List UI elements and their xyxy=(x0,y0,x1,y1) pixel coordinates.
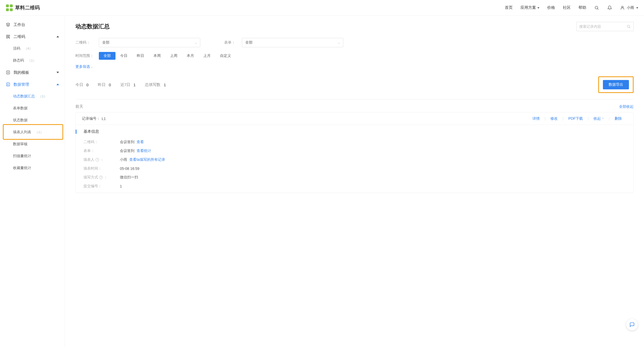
info-method-label: 填写方式?： xyxy=(83,175,120,180)
nav-solutions[interactable]: 应用方案 xyxy=(520,5,539,10)
time-btn-this-week[interactable]: 本周 xyxy=(149,52,165,60)
export-button[interactable]: 数据导出 xyxy=(603,80,629,89)
info-filler-value: 小雨 xyxy=(120,157,127,162)
sidebar-item-scan-stats[interactable]: 扫描量统计 xyxy=(0,150,65,162)
sidebar-scan-label: 扫描量统计 xyxy=(13,154,31,158)
chevron-down-icon xyxy=(537,7,539,9)
help-icon[interactable]: ? xyxy=(99,176,103,179)
sidebar-item-data-review[interactable]: 数据审核 xyxy=(0,138,65,150)
time-btn-last-month[interactable]: 上月 xyxy=(199,52,215,60)
chevron-down-icon: ⌵ xyxy=(91,65,93,68)
help-icon[interactable]: ? xyxy=(95,158,99,162)
chat-icon xyxy=(629,322,635,327)
info-time-label: 填表时间： xyxy=(83,166,120,171)
record-card: 记录编号： L1 详情 修改 PDF下载 收起 ⌃ 删除 基本信息 xyxy=(75,112,634,193)
sidebar-status-label: 状态数据 xyxy=(13,118,28,123)
stat-last7-label: 近7日 xyxy=(120,82,130,87)
chevron-down-icon: ⌵ xyxy=(195,41,197,45)
sidebar-item-qrcode[interactable]: 二维码 xyxy=(0,31,65,43)
filter-qrcode-value: 全部 xyxy=(102,40,110,45)
stat-today-label: 今日 xyxy=(75,82,83,87)
logo-icon xyxy=(6,4,13,11)
svg-line-1 xyxy=(597,9,598,9)
sidebar-filler-label: 填表人列表 xyxy=(13,130,31,135)
filter-form-select[interactable]: 全部 ⌵ xyxy=(242,38,343,47)
time-btn-today[interactable]: 今日 xyxy=(115,52,132,60)
time-btn-all[interactable]: 全部 xyxy=(99,52,115,60)
sidebar-static-label: 静态码 xyxy=(13,58,24,63)
nav-price[interactable]: 价格 xyxy=(547,5,555,10)
notification-icon[interactable] xyxy=(607,5,612,10)
stat-today-value: 0 xyxy=(86,83,88,87)
action-delete[interactable]: 删除 xyxy=(609,116,627,121)
info-filler-label: 填表人?： xyxy=(83,157,120,162)
chat-button[interactable] xyxy=(626,319,638,330)
action-collapse-label: 收起 xyxy=(594,116,601,121)
sidebar-item-static-code[interactable]: 静态码 （1） xyxy=(0,55,65,66)
time-btn-this-month[interactable]: 本月 xyxy=(182,52,199,60)
record-id-value: L1 xyxy=(102,117,106,121)
sidebar-item-fav-stats[interactable]: 收藏量统计 xyxy=(0,162,65,174)
stat-yesterday-label: 昨日 xyxy=(98,82,106,87)
svg-rect-6 xyxy=(8,37,9,37)
search-icon xyxy=(627,24,631,29)
sidebar-item-data-management[interactable]: 数据管理 xyxy=(0,78,65,90)
svg-rect-4 xyxy=(8,35,10,36)
brand-logo[interactable]: 草料二维码 xyxy=(6,4,40,11)
nav-community[interactable]: 社区 xyxy=(563,5,571,10)
stat-total-label: 总填写数 xyxy=(145,82,160,87)
sidebar-data-label: 数据管理 xyxy=(14,82,29,87)
sidebar-templates-label: 我的模板 xyxy=(14,70,29,75)
sidebar-item-filler-list[interactable]: 填表人列表 （1） xyxy=(0,126,65,138)
action-edit[interactable]: 修改 xyxy=(545,116,563,121)
chevron-up-icon xyxy=(56,36,59,37)
nav-help[interactable]: 帮助 xyxy=(578,5,586,10)
user-icon xyxy=(620,5,625,10)
action-pdf[interactable]: PDF下载 xyxy=(563,116,588,121)
sidebar-dynamic-count: （1） xyxy=(38,94,47,99)
sidebar-item-form-data[interactable]: 表单数据 xyxy=(0,102,65,114)
collapse-all-link[interactable]: 全部收起 xyxy=(619,104,634,109)
search-input-wrap[interactable] xyxy=(576,22,634,31)
more-filter-label: 更多筛选 xyxy=(75,64,90,69)
sidebar-item-live-code[interactable]: 活码 （4） xyxy=(0,43,65,55)
svg-rect-5 xyxy=(7,37,8,38)
sidebar-item-workbench[interactable]: 工作台 xyxy=(0,19,65,31)
svg-line-16 xyxy=(629,27,630,28)
sidebar-static-count: （1） xyxy=(28,58,36,63)
time-btn-last-week[interactable]: 上周 xyxy=(165,52,182,60)
nav-solutions-label: 应用方案 xyxy=(520,5,536,10)
stat-total-value: 1 xyxy=(164,83,166,87)
search-icon[interactable] xyxy=(594,5,599,10)
sidebar-fav-label: 收藏量统计 xyxy=(13,166,31,170)
info-qrcode-link[interactable]: 查看 xyxy=(137,140,144,144)
sidebar-item-templates[interactable]: 我的模板 xyxy=(0,66,65,78)
nav-home[interactable]: 首页 xyxy=(505,5,513,10)
brand-name: 草料二维码 xyxy=(15,4,40,11)
sidebar-workbench-label: 工作台 xyxy=(14,22,25,27)
time-btn-custom[interactable]: 自定义 xyxy=(215,52,236,60)
user-menu[interactable]: 小雨 xyxy=(620,5,638,10)
time-btn-yesterday[interactable]: 昨日 xyxy=(132,52,149,60)
action-collapse[interactable]: 收起 ⌃ xyxy=(588,116,609,121)
info-qrcode-label: 二维码： xyxy=(83,140,120,144)
info-form-label: 表单： xyxy=(83,149,120,153)
chevron-up-icon: ⌃ xyxy=(602,117,604,120)
info-time-value: 05-08 16:59 xyxy=(120,166,139,171)
sidebar-item-status-data[interactable]: 状态数据 xyxy=(0,114,65,126)
search-input[interactable] xyxy=(579,24,627,29)
page-title: 动态数据汇总 xyxy=(75,23,110,30)
svg-rect-7 xyxy=(9,38,10,38)
sidebar: 工作台 二维码 活码 （4） 静态码 （1） 我的模板 数据管理 动态数据汇总 … xyxy=(0,16,65,347)
chevron-down-icon xyxy=(636,7,638,9)
info-filler-link[interactable]: 查看ta填写的所有记录 xyxy=(129,157,165,162)
info-title: 基本信息 xyxy=(83,129,99,134)
more-filter-link[interactable]: 更多筛选 ⌵ xyxy=(75,64,634,69)
action-detail[interactable]: 详情 xyxy=(527,116,545,121)
filter-qrcode-select[interactable]: 全部 ⌵ xyxy=(99,38,200,47)
filter-form-label: 表单： xyxy=(224,40,237,45)
sidebar-item-dynamic-summary[interactable]: 动态数据汇总 （1） xyxy=(0,90,65,102)
info-submit-id-label: 提交编号： xyxy=(83,184,120,189)
info-method-value: 微信扫一扫 xyxy=(120,175,138,180)
info-form-link[interactable]: 查看统计 xyxy=(137,149,151,153)
